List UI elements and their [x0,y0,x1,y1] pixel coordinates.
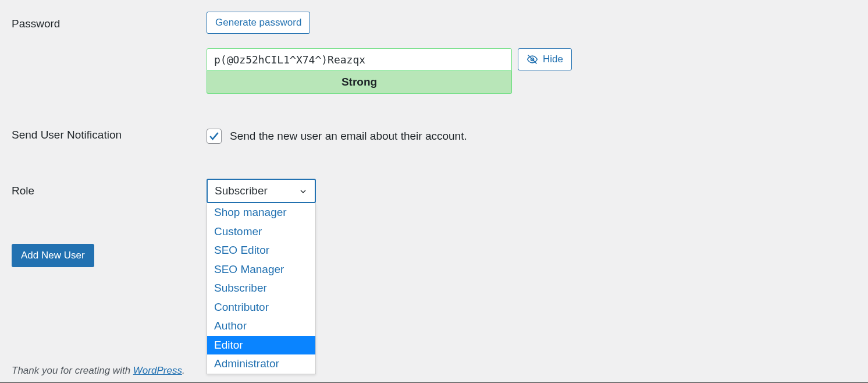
role-option[interactable]: Subscriber [207,279,315,298]
role-option[interactable]: Editor [207,336,315,355]
role-row: Role Subscriber Shop managerCustomerSEO … [0,144,868,203]
notification-text: Send the new user an email about their a… [230,130,467,143]
hide-password-button[interactable]: Hide [518,48,572,70]
role-option[interactable]: Author [207,317,315,336]
hide-button-label: Hide [543,54,563,65]
role-label: Role [12,179,207,197]
footer-prefix: Thank you for creating with [12,365,133,376]
password-row: Password Generate password Strong [0,0,868,94]
generate-password-button[interactable]: Generate password [207,12,310,34]
role-option[interactable]: SEO Manager [207,260,315,279]
notification-label: Send User Notification [12,129,207,141]
role-option[interactable]: SEO Editor [207,241,315,260]
send-notification-checkbox[interactable] [207,129,222,144]
password-strength-indicator: Strong [207,71,512,94]
password-input[interactable] [207,48,512,71]
role-option[interactable]: Customer [207,222,315,242]
role-option[interactable]: Contributor [207,298,315,317]
footer-suffix: . [182,365,185,376]
role-dropdown: Shop managerCustomerSEO EditorSEO Manage… [207,203,316,374]
notification-row: Send User Notification Send the new user… [0,94,868,144]
role-select[interactable]: Subscriber [207,179,316,203]
chevron-down-icon [298,186,308,196]
role-selected-value: Subscriber [215,185,268,197]
role-option[interactable]: Administrator [207,354,315,374]
add-new-user-button[interactable]: Add New User [12,244,94,267]
password-label: Password [12,12,207,30]
check-icon [208,130,220,142]
footer-credit: Thank you for creating with WordPress. [12,365,185,377]
role-option[interactable]: Shop manager [207,203,315,222]
eye-slash-icon [527,54,538,65]
wordpress-link[interactable]: WordPress [133,365,182,376]
